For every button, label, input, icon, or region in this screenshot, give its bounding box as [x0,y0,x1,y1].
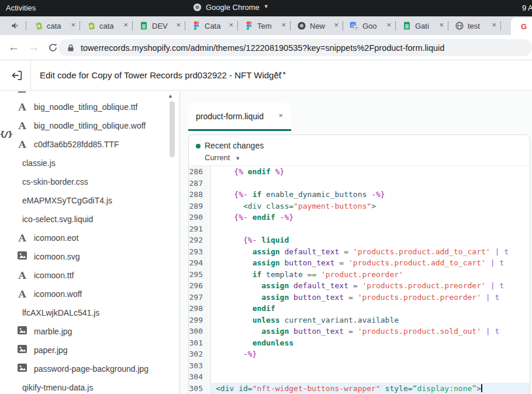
line-number: 299 [189,314,211,326]
file-item[interactable]: Ac0df3a6b528fdd85.TTF [0,135,167,154]
file-name: paper.jpg [34,345,68,355]
app-menu[interactable]: Google Chrome ▼ [193,3,265,12]
editor-region: product-form.liquid × Recent changes Cur… [180,91,532,394]
line-number: 301 [189,337,211,349]
code-line[interactable]: 293 assign default_text = 'products.prod… [189,246,530,258]
file-item[interactable]: password-page-background.jpg [0,360,167,378]
code-line-text: assign default_text = 'products.product.… [211,246,530,258]
back-button[interactable]: ← [8,40,19,54]
scrollbar-thumb[interactable] [170,101,175,157]
file-item[interactable]: {/}classie.js [0,154,167,172]
browser-tab[interactable]: New× [291,16,343,35]
code-line-text: assign button_text = 'products.product.p… [211,292,530,303]
tab-close-icon[interactable]: × [386,20,391,29]
tab-title: DEV [152,21,170,31]
line-number: 293 [189,246,211,258]
file-item[interactable]: marble.jpg [0,322,167,341]
browser-tab[interactable]: DEV× [133,16,185,35]
file-item[interactable]: Aicomoon.woff [0,285,167,303]
code-line[interactable]: 303 [189,360,530,372]
browser-tab[interactable]: Gati× [396,16,448,35]
code-editor[interactable]: 286 {% endif %}287288 {%- if enable_dyna… [189,166,530,394]
code-line[interactable]: 287 [189,178,530,189]
file-name: marble.jpg [34,327,72,336]
code-line[interactable]: 299 unless current_variant.available [189,314,530,326]
reload-button[interactable] [48,42,58,56]
code-line[interactable]: 292 {%- liquid [189,234,530,246]
tab-close-icon[interactable]: × [334,20,338,29]
activities-button[interactable]: Activities [6,4,36,12]
browser-tab[interactable]: Tem× [239,16,290,35]
file-item[interactable]: Aicomoon.eot [0,229,167,247]
code-line[interactable]: 286 {% endif %} [189,166,530,178]
file-item[interactable]: icomoon.svg [0,247,167,266]
browser-tab-active[interactable]: G [511,18,532,35]
code-line[interactable]: 301 endunless [189,337,530,349]
image-file-icon [16,326,28,337]
file-item[interactable]: paper.jpg [0,341,167,360]
tab-close-icon[interactable]: × [71,20,75,29]
file-name: c0df3a6b528fdd85.TTF [34,140,119,149]
recent-changes-label: Recent changes [205,141,264,150]
code-line[interactable]: 294 assign button_text = 'products.produ… [189,257,530,269]
tab-title: Cata [205,21,223,31]
file-item[interactable]: {/}lfcAXLwjkDALc541.js [0,303,167,322]
code-line[interactable]: 298 endif [189,303,530,314]
browser-tab[interactable]: Scata× [28,16,80,35]
unsaved-changes-dot-icon [196,144,201,148]
translate-favicon-icon: Ga [350,21,359,30]
more-actions-button[interactable]: ••• [275,68,287,78]
code-line-text: <div class="payment-buttons"> [211,201,530,212]
forward-button[interactable]: → [28,40,39,54]
tab-close-icon[interactable]: × [492,20,496,29]
file-item[interactable]: Abig_noodle_titling_oblique.ttf [0,98,167,116]
tab-close-icon[interactable]: × [439,20,444,29]
tab-close-icon[interactable]: × [123,20,128,29]
file-item[interactable]: Aicomoon.ttf [0,266,167,285]
font-file-icon: A [16,139,28,150]
file-item[interactable]: {/}qikify-tmenu-data.js [0,378,167,394]
tab-close-icon[interactable]: × [229,20,233,29]
code-line[interactable]: 289 <div class="payment-buttons"> [189,201,530,212]
browser-tab[interactable]: Scata× [81,16,132,35]
code-line-text: if template == 'product.preorder' [211,269,530,281]
browser-tab[interactable]: Cata× [186,16,237,35]
browser-tab[interactable]: test× [449,16,500,35]
code-line[interactable]: 291 [189,223,530,235]
audio-indicator-icon[interactable] [11,21,20,30]
code-line[interactable]: 302 -%} [189,348,530,360]
scrollbar-up-icon[interactable]: ▲ [168,93,173,99]
line-number: 305 [189,383,211,394]
code-line[interactable]: 300 assign button_text = 'products.produ… [189,326,530,337]
file-item[interactable]: {/}eMAPMXSyTCgGdiT4.js [0,191,167,210]
lock-icon[interactable] [67,44,74,52]
code-line-text [211,223,530,235]
image-file-icon [16,251,28,262]
shopify-favicon-icon: S [87,21,96,30]
browser-tab[interactable]: GaGoo× [344,16,395,35]
code-line[interactable]: 305<div id="nft-widget-buttons-wrapper" … [189,383,530,394]
address-bar[interactable]: towerrecords.myshopify.com/admin/themes/… [58,39,532,56]
tab-close-icon[interactable]: × [281,20,286,29]
code-line[interactable]: 288 {%- if enable_dynamic_buttons -%} [189,189,530,201]
system-clock[interactable]: 9 A [522,4,532,12]
code-line[interactable]: 290 {%- endif -%} [189,212,530,223]
exit-code-editor-icon[interactable] [11,69,23,82]
file-list: Abig_noodle_titling_oblique.ttfAbig_nood… [0,98,167,394]
version-dropdown[interactable]: Current▼ [205,153,240,162]
editor-file-tab[interactable]: product-form.liquid × [188,103,291,131]
system-top-bar: Activities Google Chrome ▼ 9 A [0,0,532,16]
file-item[interactable]: Abig_noodle_titling_oblique.woff [0,116,167,135]
editor-tab-close-icon[interactable]: × [278,111,283,120]
tab-title: cata [47,21,65,31]
code-line[interactable]: 295 if template == 'product.preorder' [189,269,530,281]
file-item[interactable]: {/}ico-select.svg.liquid [0,210,167,229]
code-line[interactable]: 304 [189,371,530,383]
code-line[interactable]: 297 assign button_text = 'products.produ… [189,292,530,303]
dark-circle-favicon-icon [297,21,306,30]
tab-close-icon[interactable]: × [176,20,181,29]
code-line-text: assign button_text = 'products.product.s… [211,326,530,337]
file-item[interactable]: {/}cs-skin-border.css [0,172,167,191]
globe-favicon-icon [455,21,464,30]
code-line[interactable]: 296 assign default_text = 'products.prod… [189,280,530,292]
